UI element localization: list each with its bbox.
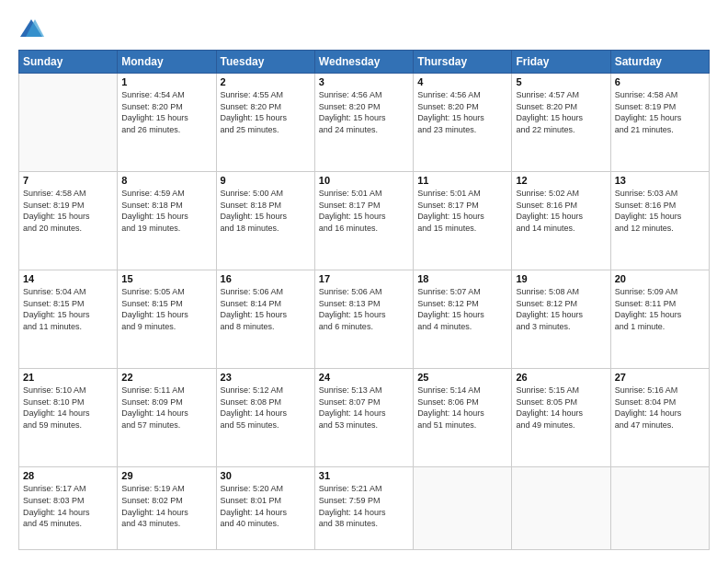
calendar-cell: 8Sunrise: 4:59 AM Sunset: 8:18 PM Daylig…	[118, 172, 216, 270]
cell-date-number: 19	[516, 273, 606, 284]
cell-info-text: Sunrise: 5:17 AM Sunset: 8:03 PM Dayligh…	[23, 483, 113, 529]
cell-date-number: 8	[121, 175, 211, 186]
calendar-cell	[610, 467, 709, 550]
cell-info-text: Sunrise: 4:56 AM Sunset: 8:20 PM Dayligh…	[417, 89, 507, 135]
cell-date-number: 2	[221, 76, 311, 87]
cell-date-number: 29	[121, 470, 211, 481]
cell-date-number: 26	[516, 372, 606, 383]
cell-info-text: Sunrise: 5:21 AM Sunset: 7:59 PM Dayligh…	[319, 483, 409, 529]
calendar-cell: 10Sunrise: 5:01 AM Sunset: 8:17 PM Dayli…	[314, 172, 413, 270]
calendar-cell: 31Sunrise: 5:21 AM Sunset: 7:59 PM Dayli…	[314, 467, 413, 550]
cell-info-text: Sunrise: 5:01 AM Sunset: 8:17 PM Dayligh…	[417, 188, 507, 234]
calendar-cell: 18Sunrise: 5:07 AM Sunset: 8:12 PM Dayli…	[414, 270, 512, 369]
cell-info-text: Sunrise: 5:06 AM Sunset: 8:13 PM Dayligh…	[319, 286, 409, 332]
cell-date-number: 17	[319, 273, 409, 284]
calendar-cell: 15Sunrise: 5:05 AM Sunset: 8:15 PM Dayli…	[118, 270, 216, 369]
cell-info-text: Sunrise: 5:12 AM Sunset: 8:08 PM Dayligh…	[221, 385, 311, 431]
calendar-cell	[414, 467, 512, 550]
cell-date-number: 30	[221, 470, 311, 481]
calendar-cell: 12Sunrise: 5:02 AM Sunset: 8:16 PM Dayli…	[512, 172, 610, 270]
cell-date-number: 24	[319, 372, 409, 383]
calendar-cell: 30Sunrise: 5:20 AM Sunset: 8:01 PM Dayli…	[216, 467, 314, 550]
cell-info-text: Sunrise: 5:15 AM Sunset: 8:05 PM Dayligh…	[516, 385, 606, 431]
calendar-cell: 29Sunrise: 5:19 AM Sunset: 8:02 PM Dayli…	[118, 467, 216, 550]
calendar-week-row: 7Sunrise: 4:58 AM Sunset: 8:19 PM Daylig…	[19, 172, 710, 270]
cell-date-number: 15	[121, 273, 211, 284]
cell-date-number: 16	[221, 273, 311, 284]
cell-info-text: Sunrise: 4:57 AM Sunset: 8:20 PM Dayligh…	[516, 89, 606, 135]
calendar-cell: 6Sunrise: 4:58 AM Sunset: 8:19 PM Daylig…	[610, 74, 709, 172]
calendar-cell: 4Sunrise: 4:56 AM Sunset: 8:20 PM Daylig…	[414, 74, 512, 172]
cell-info-text: Sunrise: 5:20 AM Sunset: 8:01 PM Dayligh…	[221, 483, 311, 529]
cell-date-number: 21	[23, 372, 113, 383]
cell-date-number: 28	[23, 470, 113, 481]
logo	[18, 17, 48, 42]
calendar-header-monday: Monday	[118, 51, 216, 74]
cell-date-number: 6	[615, 76, 705, 87]
calendar-week-row: 28Sunrise: 5:17 AM Sunset: 8:03 PM Dayli…	[19, 467, 710, 550]
cell-date-number: 12	[516, 175, 606, 186]
calendar-cell: 5Sunrise: 4:57 AM Sunset: 8:20 PM Daylig…	[512, 74, 610, 172]
calendar-cell: 21Sunrise: 5:10 AM Sunset: 8:10 PM Dayli…	[19, 369, 118, 467]
calendar-cell: 14Sunrise: 5:04 AM Sunset: 8:15 PM Dayli…	[19, 270, 118, 369]
cell-date-number: 3	[319, 76, 409, 87]
calendar-header-row: SundayMondayTuesdayWednesdayThursdayFrid…	[19, 51, 710, 74]
cell-info-text: Sunrise: 5:05 AM Sunset: 8:15 PM Dayligh…	[121, 286, 211, 332]
cell-info-text: Sunrise: 5:02 AM Sunset: 8:16 PM Dayligh…	[516, 188, 606, 234]
cell-date-number: 25	[417, 372, 507, 383]
cell-date-number: 11	[417, 175, 507, 186]
calendar-cell: 26Sunrise: 5:15 AM Sunset: 8:05 PM Dayli…	[512, 369, 610, 467]
logo-icon	[18, 17, 44, 42]
calendar-header-friday: Friday	[512, 51, 610, 74]
calendar-header-wednesday: Wednesday	[314, 51, 413, 74]
cell-date-number: 1	[121, 76, 211, 87]
cell-info-text: Sunrise: 5:04 AM Sunset: 8:15 PM Dayligh…	[23, 286, 113, 332]
cell-date-number: 7	[23, 175, 113, 186]
cell-date-number: 14	[23, 273, 113, 284]
calendar-cell: 3Sunrise: 4:56 AM Sunset: 8:20 PM Daylig…	[314, 74, 413, 172]
cell-info-text: Sunrise: 5:11 AM Sunset: 8:09 PM Dayligh…	[121, 385, 211, 431]
calendar-cell: 13Sunrise: 5:03 AM Sunset: 8:16 PM Dayli…	[610, 172, 709, 270]
cell-date-number: 22	[121, 372, 211, 383]
cell-info-text: Sunrise: 4:55 AM Sunset: 8:20 PM Dayligh…	[221, 89, 311, 135]
calendar-cell: 1Sunrise: 4:54 AM Sunset: 8:20 PM Daylig…	[118, 74, 216, 172]
calendar-cell: 9Sunrise: 5:00 AM Sunset: 8:18 PM Daylig…	[216, 172, 314, 270]
calendar-cell: 20Sunrise: 5:09 AM Sunset: 8:11 PM Dayli…	[610, 270, 709, 369]
calendar-cell: 17Sunrise: 5:06 AM Sunset: 8:13 PM Dayli…	[314, 270, 413, 369]
calendar-week-row: 1Sunrise: 4:54 AM Sunset: 8:20 PM Daylig…	[19, 74, 710, 172]
calendar-cell: 24Sunrise: 5:13 AM Sunset: 8:07 PM Dayli…	[314, 369, 413, 467]
cell-info-text: Sunrise: 5:13 AM Sunset: 8:07 PM Dayligh…	[319, 385, 409, 431]
cell-date-number: 5	[516, 76, 606, 87]
cell-info-text: Sunrise: 5:09 AM Sunset: 8:11 PM Dayligh…	[615, 286, 705, 332]
calendar-cell: 22Sunrise: 5:11 AM Sunset: 8:09 PM Dayli…	[118, 369, 216, 467]
calendar-cell: 16Sunrise: 5:06 AM Sunset: 8:14 PM Dayli…	[216, 270, 314, 369]
calendar-cell	[512, 467, 610, 550]
calendar-header-saturday: Saturday	[610, 51, 709, 74]
cell-info-text: Sunrise: 5:03 AM Sunset: 8:16 PM Dayligh…	[615, 188, 705, 234]
cell-date-number: 31	[319, 470, 409, 481]
cell-date-number: 9	[221, 175, 311, 186]
calendar-cell: 2Sunrise: 4:55 AM Sunset: 8:20 PM Daylig…	[216, 74, 314, 172]
calendar-cell: 25Sunrise: 5:14 AM Sunset: 8:06 PM Dayli…	[414, 369, 512, 467]
calendar-cell: 7Sunrise: 4:58 AM Sunset: 8:19 PM Daylig…	[19, 172, 118, 270]
cell-date-number: 23	[221, 372, 311, 383]
calendar-cell: 28Sunrise: 5:17 AM Sunset: 8:03 PM Dayli…	[19, 467, 118, 550]
calendar-cell: 19Sunrise: 5:08 AM Sunset: 8:12 PM Dayli…	[512, 270, 610, 369]
calendar-cell	[19, 74, 118, 172]
calendar-week-row: 21Sunrise: 5:10 AM Sunset: 8:10 PM Dayli…	[19, 369, 710, 467]
header	[18, 17, 710, 42]
cell-info-text: Sunrise: 5:07 AM Sunset: 8:12 PM Dayligh…	[417, 286, 507, 332]
cell-date-number: 18	[417, 273, 507, 284]
cell-date-number: 10	[319, 175, 409, 186]
calendar-cell: 27Sunrise: 5:16 AM Sunset: 8:04 PM Dayli…	[610, 369, 709, 467]
cell-date-number: 13	[615, 175, 705, 186]
cell-info-text: Sunrise: 5:16 AM Sunset: 8:04 PM Dayligh…	[615, 385, 705, 431]
cell-date-number: 27	[615, 372, 705, 383]
calendar-header-sunday: Sunday	[19, 51, 118, 74]
calendar-cell: 23Sunrise: 5:12 AM Sunset: 8:08 PM Dayli…	[216, 369, 314, 467]
cell-info-text: Sunrise: 4:54 AM Sunset: 8:20 PM Dayligh…	[121, 89, 211, 135]
cell-date-number: 4	[417, 76, 507, 87]
cell-info-text: Sunrise: 4:56 AM Sunset: 8:20 PM Dayligh…	[319, 89, 409, 135]
cell-date-number: 20	[615, 273, 705, 284]
cell-info-text: Sunrise: 5:01 AM Sunset: 8:17 PM Dayligh…	[319, 188, 409, 234]
